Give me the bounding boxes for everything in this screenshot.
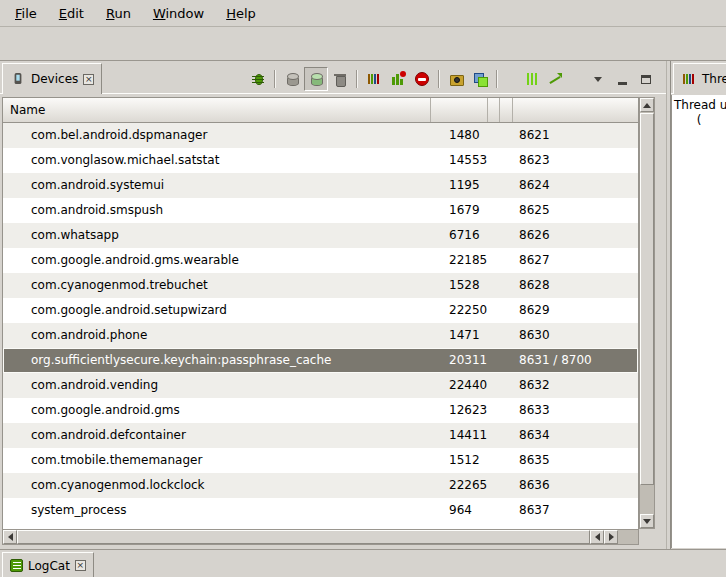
table-row[interactable]: com.bel.android.dspmanager 1480 8621 — [3, 123, 638, 148]
screen-capture-button[interactable] — [444, 67, 468, 91]
process-pid: 22440 — [449, 373, 487, 398]
process-pid: 964 — [449, 498, 472, 523]
tab-devices-label: Devices — [31, 72, 78, 86]
tab-logcat-label: LogCat — [28, 559, 70, 573]
scroll-right-button[interactable] — [604, 530, 618, 544]
column-header-pid[interactable] — [431, 98, 488, 122]
vertical-scroll-thumb[interactable] — [640, 113, 654, 485]
process-pid: 1195 — [449, 173, 480, 198]
view-hierarchy-icon — [472, 71, 488, 87]
start-method-profiling-button[interactable] — [386, 67, 410, 91]
table-row[interactable]: com.android.systemui 1195 8624 — [3, 173, 638, 198]
dump-hprof-icon — [308, 71, 324, 87]
horizontal-scrollbar[interactable] — [2, 529, 639, 545]
process-port: 8623 — [519, 148, 550, 173]
table-row[interactable]: com.google.android.setupwizard 22250 862… — [3, 298, 638, 323]
cause-gc-icon — [332, 71, 348, 87]
process-name: com.android.defcontainer — [31, 423, 186, 448]
close-icon[interactable]: × — [83, 74, 94, 85]
table-row[interactable]: org.sufficientlysecure.keychain:passphra… — [3, 348, 638, 373]
device-icon — [11, 72, 25, 86]
minimize-button[interactable] — [610, 67, 634, 91]
table-row[interactable]: com.android.smspush 1679 8625 — [3, 198, 638, 223]
table-row[interactable]: com.android.defcontainer 14411 8634 — [3, 423, 638, 448]
tab-logcat[interactable]: LogCat × — [2, 552, 94, 577]
stop-process-button[interactable] — [410, 67, 434, 91]
process-name: com.tmobile.thememanager — [31, 448, 202, 473]
process-name: com.vonglasow.michael.satstat — [31, 148, 219, 173]
scroll-up-button[interactable] — [640, 98, 654, 112]
column-header-port[interactable] — [513, 98, 638, 122]
view-menu-button[interactable] — [586, 67, 610, 91]
table-row[interactable]: system_process 964 8637 — [3, 498, 638, 523]
scroll-down-button[interactable] — [640, 514, 654, 528]
update-threads-button[interactable] — [362, 67, 386, 91]
threads-message-line2: ( — [672, 113, 726, 127]
menu-help[interactable]: Help — [215, 0, 267, 26]
process-port: 8634 — [519, 423, 550, 448]
menu-window-label: Window — [153, 6, 204, 21]
process-port: 8630 — [519, 323, 550, 348]
arrow-left-icon — [8, 533, 13, 541]
menu-window[interactable]: Window — [142, 0, 215, 26]
close-icon[interactable]: × — [75, 560, 86, 571]
threads-panel-header: Threa — [671, 63, 726, 94]
table-row[interactable]: com.whatsapp 6716 8626 — [3, 223, 638, 248]
arrow-left-icon — [595, 533, 600, 541]
logcat-icon — [10, 559, 23, 572]
table-row[interactable]: com.cyanogenmod.trebuchet 1528 8628 — [3, 273, 638, 298]
table-row[interactable]: com.google.android.gms.wearable 22185 86… — [3, 248, 638, 273]
update-heap-button[interactable] — [280, 67, 304, 91]
horizontal-scroll-thumb[interactable] — [17, 530, 590, 544]
process-pid: 14553 — [449, 148, 487, 173]
update-threads-icon — [366, 71, 382, 87]
process-name: com.android.phone — [31, 323, 147, 348]
table-row[interactable]: com.tmobile.thememanager 1512 8635 — [3, 448, 638, 473]
tab-threads[interactable]: Threa — [673, 63, 726, 94]
dump-hprof-button[interactable] — [304, 67, 328, 91]
menu-edit[interactable]: Edit — [48, 0, 95, 26]
column-header-blank1[interactable] — [488, 98, 500, 122]
menu-run[interactable]: Run — [95, 0, 142, 26]
vertical-scrollbar[interactable] — [639, 97, 655, 529]
menu-file-label: File — [15, 6, 37, 21]
debug-process-button[interactable] — [246, 67, 270, 91]
process-port: 8624 — [519, 173, 550, 198]
table-row[interactable]: com.cyanogenmod.lockclock 22265 8636 — [3, 473, 638, 498]
minimize-icon — [618, 82, 627, 85]
profile-chart-button[interactable] — [544, 67, 568, 91]
tab-devices[interactable]: Devices × — [2, 63, 102, 94]
process-name: com.android.smspush — [31, 198, 163, 223]
process-port: 8621 — [519, 123, 550, 148]
table-row[interactable]: com.android.phone 1471 8630 — [3, 323, 638, 348]
debug-process-icon — [250, 71, 266, 87]
process-port: 8631 / 8700 — [519, 348, 592, 373]
table-row[interactable]: com.vonglasow.michael.satstat 14553 8623 — [3, 148, 638, 173]
process-name: com.bel.android.dspmanager — [31, 123, 207, 148]
profile-chart-icon — [548, 71, 564, 87]
toolbar-separator — [438, 70, 440, 88]
process-pid: 20311 — [449, 348, 487, 373]
process-port: 8626 — [519, 223, 550, 248]
maximize-button[interactable] — [634, 67, 658, 91]
cause-gc-button[interactable] — [328, 67, 352, 91]
toolbar-separator — [496, 70, 498, 88]
process-name: com.android.vending — [31, 373, 158, 398]
devices-panel-header: Devices × — [0, 63, 666, 94]
table-row[interactable]: com.android.vending 22440 8632 — [3, 373, 638, 398]
process-port: 8628 — [519, 273, 550, 298]
process-pid: 22250 — [449, 298, 487, 323]
menu-file[interactable]: File — [4, 0, 48, 26]
process-name: system_process — [31, 498, 127, 523]
view-hierarchy-button[interactable] — [468, 67, 492, 91]
arrow-down-icon — [643, 519, 651, 524]
devices-panel: Devices × — [0, 63, 666, 550]
column-header-blank2[interactable] — [500, 98, 513, 122]
process-pid: 12623 — [449, 398, 487, 423]
column-header-name[interactable]: Name — [3, 98, 431, 122]
thread-updates-button[interactable] — [520, 67, 544, 91]
menu-run-label: Run — [106, 6, 131, 21]
scroll-left-button-end[interactable] — [590, 530, 604, 544]
scroll-left-button[interactable] — [3, 530, 17, 544]
table-row[interactable]: com.google.android.gms 12623 8633 — [3, 398, 638, 423]
